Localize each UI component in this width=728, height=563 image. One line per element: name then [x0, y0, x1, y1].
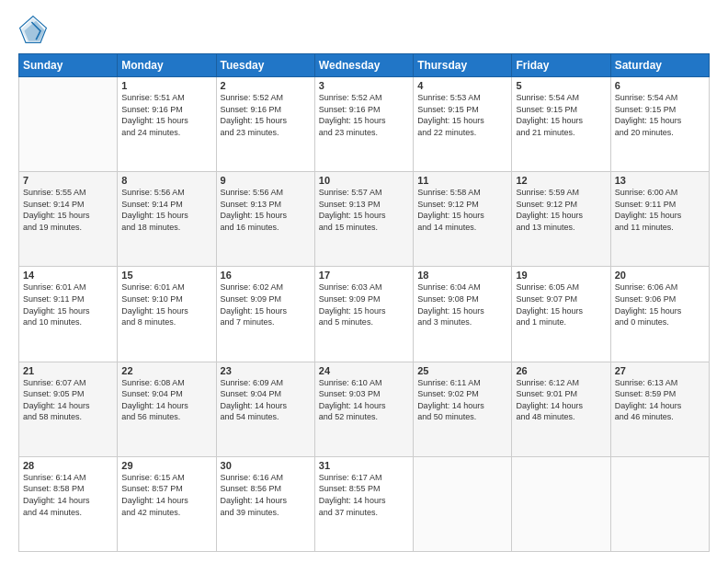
calendar-cell: 10Sunrise: 5:57 AMSunset: 9:13 PMDayligh… [314, 172, 413, 267]
day-number: 11 [417, 175, 507, 186]
day-number: 8 [121, 175, 211, 186]
calendar-cell [414, 456, 512, 551]
day-number: 1 [121, 80, 211, 91]
day-info: Sunrise: 6:12 AMSunset: 9:01 PMDaylight:… [516, 377, 606, 423]
day-info: Sunrise: 6:16 AMSunset: 8:56 PMDaylight:… [221, 472, 311, 518]
calendar-cell: 19Sunrise: 6:05 AMSunset: 9:07 PMDayligh… [512, 267, 610, 362]
day-info: Sunrise: 5:52 AMSunset: 9:16 PMDaylight:… [221, 92, 311, 138]
calendar-cell: 21Sunrise: 6:07 AMSunset: 9:05 PMDayligh… [19, 362, 118, 456]
calendar-cell: 4Sunrise: 5:53 AMSunset: 9:15 PMDaylight… [414, 77, 512, 172]
day-info: Sunrise: 6:02 AMSunset: 9:09 PMDaylight:… [221, 282, 311, 327]
day-number: 18 [417, 270, 507, 281]
day-info: Sunrise: 6:07 AMSunset: 9:05 PMDaylight:… [23, 377, 113, 423]
calendar-cell: 24Sunrise: 6:10 AMSunset: 9:03 PMDayligh… [314, 362, 413, 456]
calendar-cell: 1Sunrise: 5:51 AMSunset: 9:16 PMDaylight… [118, 77, 216, 172]
day-info: Sunrise: 6:13 AMSunset: 8:59 PMDaylight:… [615, 377, 705, 423]
day-info: Sunrise: 6:11 AMSunset: 9:02 PMDaylight:… [417, 377, 507, 423]
day-number: 10 [319, 175, 409, 186]
calendar-cell: 30Sunrise: 6:16 AMSunset: 8:56 PMDayligh… [216, 456, 314, 551]
calendar-header-sunday: Sunday [19, 54, 118, 77]
day-number: 12 [516, 175, 606, 186]
day-number: 13 [615, 175, 705, 186]
day-info: Sunrise: 6:05 AMSunset: 9:07 PMDaylight:… [516, 282, 606, 327]
day-info: Sunrise: 5:56 AMSunset: 9:13 PMDaylight:… [221, 187, 311, 233]
calendar-header-monday: Monday [118, 54, 216, 77]
day-info: Sunrise: 6:06 AMSunset: 9:06 PMDaylight:… [615, 282, 705, 327]
calendar-cell: 3Sunrise: 5:52 AMSunset: 9:16 PMDaylight… [314, 77, 413, 172]
calendar-cell: 2Sunrise: 5:52 AMSunset: 9:16 PMDaylight… [216, 77, 314, 172]
day-number: 26 [516, 365, 606, 376]
calendar-week-row-2: 7Sunrise: 5:55 AMSunset: 9:14 PMDaylight… [19, 172, 710, 267]
day-number: 14 [23, 270, 113, 281]
day-info: Sunrise: 5:59 AMSunset: 9:12 PMDaylight:… [516, 187, 606, 233]
calendar-cell: 29Sunrise: 6:15 AMSunset: 8:57 PMDayligh… [118, 456, 216, 551]
header [18, 15, 710, 44]
day-info: Sunrise: 6:17 AMSunset: 8:55 PMDaylight:… [319, 472, 409, 518]
day-number: 3 [319, 80, 409, 91]
calendar-header-tuesday: Tuesday [216, 54, 314, 77]
calendar-header-friday: Friday [512, 54, 610, 77]
day-info: Sunrise: 6:10 AMSunset: 9:03 PMDaylight:… [319, 377, 409, 423]
day-number: 19 [516, 270, 606, 281]
day-info: Sunrise: 6:01 AMSunset: 9:10 PMDaylight:… [121, 282, 211, 327]
calendar-cell: 22Sunrise: 6:08 AMSunset: 9:04 PMDayligh… [118, 362, 216, 456]
day-number: 2 [221, 80, 311, 91]
day-info: Sunrise: 6:04 AMSunset: 9:08 PMDaylight:… [417, 282, 507, 327]
day-number: 30 [221, 460, 311, 471]
day-info: Sunrise: 5:54 AMSunset: 9:15 PMDaylight:… [615, 92, 705, 138]
calendar-cell: 23Sunrise: 6:09 AMSunset: 9:04 PMDayligh… [216, 362, 314, 456]
day-info: Sunrise: 6:14 AMSunset: 8:58 PMDaylight:… [23, 472, 113, 518]
day-number: 27 [615, 365, 705, 376]
calendar-cell: 8Sunrise: 5:56 AMSunset: 9:14 PMDaylight… [118, 172, 216, 267]
page: SundayMondayTuesdayWednesdayThursdayFrid… [0, 0, 728, 563]
calendar-cell: 14Sunrise: 6:01 AMSunset: 9:11 PMDayligh… [19, 267, 118, 362]
calendar-cell: 6Sunrise: 5:54 AMSunset: 9:15 PMDaylight… [610, 77, 709, 172]
calendar-cell: 31Sunrise: 6:17 AMSunset: 8:55 PMDayligh… [314, 456, 413, 551]
calendar-header-wednesday: Wednesday [314, 54, 413, 77]
day-info: Sunrise: 6:09 AMSunset: 9:04 PMDaylight:… [221, 377, 311, 423]
day-info: Sunrise: 5:51 AMSunset: 9:16 PMDaylight:… [121, 92, 211, 138]
day-info: Sunrise: 5:57 AMSunset: 9:13 PMDaylight:… [319, 187, 409, 233]
day-number: 28 [23, 460, 113, 471]
calendar-cell: 20Sunrise: 6:06 AMSunset: 9:06 PMDayligh… [610, 267, 709, 362]
calendar-cell [19, 77, 118, 172]
day-number: 23 [221, 365, 311, 376]
calendar-cell: 15Sunrise: 6:01 AMSunset: 9:10 PMDayligh… [118, 267, 216, 362]
day-number: 29 [121, 460, 211, 471]
calendar-header-row: SundayMondayTuesdayWednesdayThursdayFrid… [19, 54, 710, 77]
calendar-cell [512, 456, 610, 551]
calendar-cell: 13Sunrise: 6:00 AMSunset: 9:11 PMDayligh… [610, 172, 709, 267]
day-info: Sunrise: 6:08 AMSunset: 9:04 PMDaylight:… [121, 377, 211, 423]
calendar-cell: 18Sunrise: 6:04 AMSunset: 9:08 PMDayligh… [414, 267, 512, 362]
day-info: Sunrise: 5:52 AMSunset: 9:16 PMDaylight:… [319, 92, 409, 138]
day-number: 20 [615, 270, 705, 281]
day-info: Sunrise: 6:00 AMSunset: 9:11 PMDaylight:… [615, 187, 705, 233]
calendar-cell: 9Sunrise: 5:56 AMSunset: 9:13 PMDaylight… [216, 172, 314, 267]
calendar-week-row-5: 28Sunrise: 6:14 AMSunset: 8:58 PMDayligh… [19, 456, 710, 551]
calendar-cell: 28Sunrise: 6:14 AMSunset: 8:58 PMDayligh… [19, 456, 118, 551]
day-number: 17 [319, 270, 409, 281]
day-info: Sunrise: 6:01 AMSunset: 9:11 PMDaylight:… [23, 282, 113, 327]
calendar-cell: 7Sunrise: 5:55 AMSunset: 9:14 PMDaylight… [19, 172, 118, 267]
day-number: 15 [121, 270, 211, 281]
logo-icon [18, 15, 48, 44]
day-number: 9 [221, 175, 311, 186]
day-number: 21 [23, 365, 113, 376]
day-number: 16 [221, 270, 311, 281]
day-number: 7 [23, 175, 113, 186]
day-info: Sunrise: 5:55 AMSunset: 9:14 PMDaylight:… [23, 187, 113, 233]
day-number: 5 [516, 80, 606, 91]
calendar-week-row-4: 21Sunrise: 6:07 AMSunset: 9:05 PMDayligh… [19, 362, 710, 456]
day-info: Sunrise: 5:58 AMSunset: 9:12 PMDaylight:… [417, 187, 507, 233]
day-number: 4 [417, 80, 507, 91]
calendar-cell: 25Sunrise: 6:11 AMSunset: 9:02 PMDayligh… [414, 362, 512, 456]
calendar-header-saturday: Saturday [610, 54, 709, 77]
day-number: 6 [615, 80, 705, 91]
calendar-week-row-3: 14Sunrise: 6:01 AMSunset: 9:11 PMDayligh… [19, 267, 710, 362]
day-info: Sunrise: 6:15 AMSunset: 8:57 PMDaylight:… [121, 472, 211, 518]
calendar-cell: 26Sunrise: 6:12 AMSunset: 9:01 PMDayligh… [512, 362, 610, 456]
calendar-table: SundayMondayTuesdayWednesdayThursdayFrid… [18, 53, 710, 552]
day-info: Sunrise: 6:03 AMSunset: 9:09 PMDaylight:… [319, 282, 409, 327]
calendar-cell: 17Sunrise: 6:03 AMSunset: 9:09 PMDayligh… [314, 267, 413, 362]
day-info: Sunrise: 5:53 AMSunset: 9:15 PMDaylight:… [417, 92, 507, 138]
